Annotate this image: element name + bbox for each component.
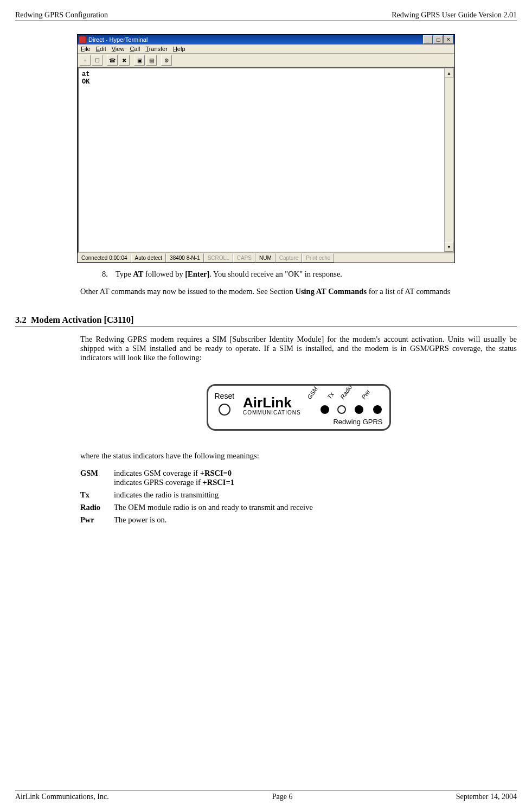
status-caps: CAPS xyxy=(233,253,255,263)
page-content: Direct - HyperTerminal _ ▢ ✕ File Edit V… xyxy=(15,21,517,790)
reset-button[interactable] xyxy=(219,404,230,416)
close-button[interactable]: ✕ xyxy=(444,35,453,44)
definition-gsm: GSM indicates GSM coverage if +RSCI=0 in… xyxy=(80,469,517,487)
menu-file[interactable]: File xyxy=(81,46,91,52)
header-left: Redwing GPRS Configuration xyxy=(15,11,108,20)
status-echo: Print echo xyxy=(302,253,334,263)
header-right: Redwing GPRS User Guide Version 2.01 xyxy=(392,11,517,20)
led-pwr xyxy=(373,405,382,414)
connect-icon[interactable]: ☎ xyxy=(107,55,118,66)
scroll-down-icon[interactable]: ▼ xyxy=(445,242,453,252)
led-radio xyxy=(355,405,363,414)
scroll-up-icon[interactable]: ▲ xyxy=(445,68,453,78)
term: Radio xyxy=(80,503,114,512)
terminal-line: at xyxy=(82,71,450,78)
send-icon[interactable]: ▣ xyxy=(134,55,145,66)
reset-label: Reset xyxy=(215,392,235,400)
modem-panel: GSM Tx Radio Pwr Reset AirLink COMMUNICA… xyxy=(207,384,391,431)
statusbar: Connected 0:00:04 Auto detect 38400 8-N-… xyxy=(78,253,454,263)
brand-logo: AirLink xyxy=(243,395,301,410)
footer-left: AirLink Communications, Inc. xyxy=(15,793,109,801)
led-tx xyxy=(337,405,346,414)
status-scroll: SCROLL xyxy=(204,253,233,263)
led-gsm xyxy=(321,405,329,414)
disconnect-icon[interactable]: ✖ xyxy=(119,55,130,66)
toolbar: ▫ ☐ ☎ ✖ ▣ ▤ ⚙ xyxy=(78,54,454,67)
definition-list: GSM indicates GSM coverage if +RSCI=0 in… xyxy=(80,469,517,525)
terminal-line: OK xyxy=(82,78,450,86)
footer-center: Page 6 xyxy=(272,793,293,801)
window-title: Direct - HyperTerminal xyxy=(88,36,423,43)
page-header: Redwing GPRS Configuration Redwing GPRS … xyxy=(15,11,517,21)
terminal-area[interactable]: at OK ▲ ▼ xyxy=(78,67,454,253)
term: Tx xyxy=(80,490,114,500)
definition-tx: Tx indicates the radio is transmitting xyxy=(80,490,517,500)
footer-right: September 14, 2004 xyxy=(456,793,517,801)
status-num: NUM xyxy=(255,253,275,263)
page-footer: AirLink Communications, Inc. Page 6 Sept… xyxy=(15,790,517,801)
scrollbar[interactable]: ▲ ▼ xyxy=(444,68,453,252)
definition: The power is on. xyxy=(114,515,517,525)
status-connected: Connected 0:00:04 xyxy=(78,253,131,263)
open-icon[interactable]: ☐ xyxy=(92,55,102,66)
paragraph: The Redwing GPRS modem requires a SIM [S… xyxy=(80,335,517,362)
definition-radio: Radio The OEM module radio is on and rea… xyxy=(80,503,517,512)
menu-help[interactable]: Help xyxy=(173,46,185,52)
definition: The OEM module radio is on and ready to … xyxy=(114,503,517,512)
paragraph: Other AT commands may now be issued to t… xyxy=(80,287,517,296)
maximize-button[interactable]: ▢ xyxy=(433,35,443,44)
menu-transfer[interactable]: Transfer xyxy=(145,46,168,52)
receive-icon[interactable]: ▤ xyxy=(146,55,157,66)
definition-pwr: Pwr The power is on. xyxy=(80,515,517,525)
step-number: 8. xyxy=(102,270,108,279)
status-detect: Auto detect xyxy=(131,253,166,263)
menu-call[interactable]: Call xyxy=(130,46,140,52)
status-baud: 38400 8-N-1 xyxy=(166,253,204,263)
properties-icon[interactable]: ⚙ xyxy=(161,55,172,66)
status-capture: Capture xyxy=(275,253,303,263)
step-text: Type AT followed by [Enter]. You should … xyxy=(116,270,342,279)
minimize-button[interactable]: _ xyxy=(423,35,433,44)
term: GSM xyxy=(80,469,114,487)
hyperterminal-window: Direct - HyperTerminal _ ▢ ✕ File Edit V… xyxy=(77,34,455,263)
new-icon[interactable]: ▫ xyxy=(80,55,91,66)
definition: indicates GSM coverage if +RSCI=0 indica… xyxy=(114,469,517,487)
step-8: 8. Type AT followed by [Enter]. You shou… xyxy=(102,270,517,279)
paragraph: where the status indicators have the fol… xyxy=(80,451,517,461)
menubar: File Edit View Call Transfer Help xyxy=(78,44,454,54)
menu-view[interactable]: View xyxy=(112,46,125,52)
definition: indicates the radio is transmitting xyxy=(114,490,517,500)
section-heading: 3.2 Modem Activation [C3110] xyxy=(15,315,517,327)
section-title: Modem Activation [C3110] xyxy=(31,315,134,325)
window-titlebar: Direct - HyperTerminal _ ▢ ✕ xyxy=(78,35,454,44)
brand-subtext: COMMUNICATIONS xyxy=(243,410,301,416)
app-icon xyxy=(79,36,86,43)
term: Pwr xyxy=(80,515,114,525)
menu-edit[interactable]: Edit xyxy=(96,46,106,52)
section-number: 3.2 xyxy=(15,315,27,325)
model-label: Redwing GPRS xyxy=(215,418,383,426)
